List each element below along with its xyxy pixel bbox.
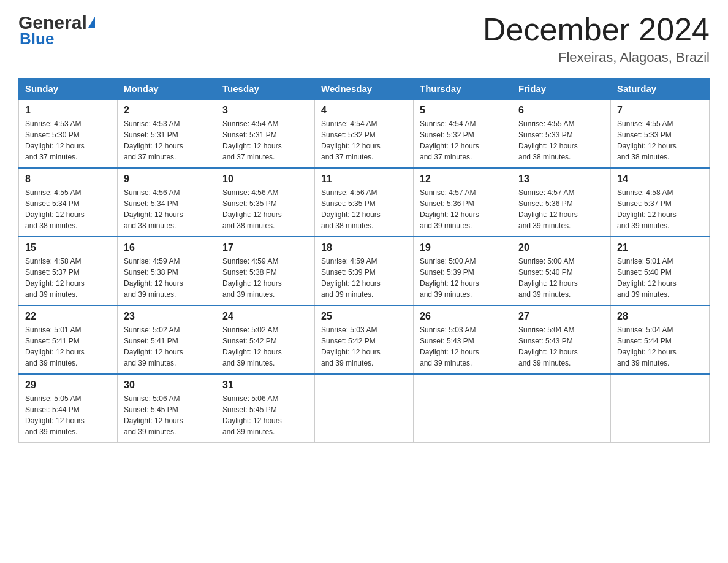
table-row: 2Sunrise: 4:53 AMSunset: 5:31 PMDaylight… bbox=[118, 99, 216, 168]
table-row: 27Sunrise: 5:04 AMSunset: 5:43 PMDayligh… bbox=[512, 305, 611, 374]
day-number: 18 bbox=[321, 242, 407, 253]
day-info: Sunrise: 5:01 AMSunset: 5:40 PMDaylight:… bbox=[617, 256, 703, 300]
col-wednesday: Wednesday bbox=[315, 79, 414, 100]
day-info: Sunrise: 4:55 AMSunset: 5:34 PMDaylight:… bbox=[25, 187, 111, 231]
day-number: 9 bbox=[124, 174, 210, 185]
day-info: Sunrise: 4:53 AMSunset: 5:31 PMDaylight:… bbox=[124, 118, 210, 163]
calendar-table: Sunday Monday Tuesday Wednesday Thursday… bbox=[18, 78, 710, 443]
table-row: 11Sunrise: 4:56 AMSunset: 5:35 PMDayligh… bbox=[315, 168, 414, 237]
day-number: 30 bbox=[124, 380, 210, 391]
day-number: 19 bbox=[420, 242, 506, 253]
day-number: 1 bbox=[25, 105, 111, 116]
day-number: 2 bbox=[124, 105, 210, 116]
table-row: 24Sunrise: 5:02 AMSunset: 5:42 PMDayligh… bbox=[216, 305, 315, 374]
table-row: 12Sunrise: 4:57 AMSunset: 5:36 PMDayligh… bbox=[414, 168, 512, 237]
day-info: Sunrise: 4:53 AMSunset: 5:30 PMDaylight:… bbox=[25, 118, 111, 163]
table-row: 31Sunrise: 5:06 AMSunset: 5:45 PMDayligh… bbox=[216, 374, 315, 443]
day-info: Sunrise: 5:04 AMSunset: 5:44 PMDaylight:… bbox=[617, 324, 703, 369]
day-info: Sunrise: 4:55 AMSunset: 5:33 PMDaylight:… bbox=[518, 118, 604, 163]
table-row: 17Sunrise: 4:59 AMSunset: 5:38 PMDayligh… bbox=[216, 237, 315, 305]
day-info: Sunrise: 4:56 AMSunset: 5:34 PMDaylight:… bbox=[124, 187, 210, 231]
day-info: Sunrise: 4:58 AMSunset: 5:37 PMDaylight:… bbox=[25, 256, 111, 300]
table-row: 10Sunrise: 4:56 AMSunset: 5:35 PMDayligh… bbox=[216, 168, 315, 237]
calendar-week-row: 8Sunrise: 4:55 AMSunset: 5:34 PMDaylight… bbox=[19, 168, 710, 237]
day-number: 17 bbox=[222, 242, 308, 253]
day-number: 31 bbox=[222, 380, 308, 391]
table-row: 19Sunrise: 5:00 AMSunset: 5:39 PMDayligh… bbox=[414, 237, 512, 305]
day-info: Sunrise: 4:59 AMSunset: 5:39 PMDaylight:… bbox=[321, 256, 407, 300]
day-info: Sunrise: 4:56 AMSunset: 5:35 PMDaylight:… bbox=[222, 187, 308, 231]
day-number: 3 bbox=[222, 105, 308, 116]
table-row bbox=[315, 374, 414, 443]
day-number: 7 bbox=[617, 105, 703, 116]
table-row: 28Sunrise: 5:04 AMSunset: 5:44 PMDayligh… bbox=[611, 305, 710, 374]
day-info: Sunrise: 5:04 AMSunset: 5:43 PMDaylight:… bbox=[518, 324, 604, 369]
table-row: 30Sunrise: 5:06 AMSunset: 5:45 PMDayligh… bbox=[118, 374, 216, 443]
day-number: 11 bbox=[321, 174, 407, 185]
day-info: Sunrise: 4:59 AMSunset: 5:38 PMDaylight:… bbox=[124, 256, 210, 300]
day-number: 25 bbox=[321, 311, 407, 322]
logo: General Blue bbox=[18, 12, 95, 48]
table-row: 5Sunrise: 4:54 AMSunset: 5:32 PMDaylight… bbox=[414, 99, 512, 168]
day-number: 8 bbox=[25, 174, 111, 185]
table-row: 9Sunrise: 4:56 AMSunset: 5:34 PMDaylight… bbox=[118, 168, 216, 237]
day-info: Sunrise: 4:59 AMSunset: 5:38 PMDaylight:… bbox=[222, 256, 308, 300]
day-number: 13 bbox=[518, 174, 604, 185]
day-number: 28 bbox=[617, 311, 703, 322]
logo-blue-text: Blue bbox=[20, 29, 54, 48]
day-number: 5 bbox=[420, 105, 506, 116]
day-number: 21 bbox=[617, 242, 703, 253]
col-monday: Monday bbox=[118, 79, 216, 100]
table-row bbox=[512, 374, 611, 443]
day-number: 12 bbox=[420, 174, 506, 185]
table-row: 26Sunrise: 5:03 AMSunset: 5:43 PMDayligh… bbox=[414, 305, 512, 374]
col-sunday: Sunday bbox=[19, 79, 118, 100]
title-section: December 2024 Flexeiras, Alagoas, Brazil bbox=[483, 12, 710, 66]
day-info: Sunrise: 5:01 AMSunset: 5:41 PMDaylight:… bbox=[25, 324, 111, 369]
day-info: Sunrise: 5:06 AMSunset: 5:45 PMDaylight:… bbox=[222, 393, 308, 437]
day-number: 15 bbox=[25, 242, 111, 253]
col-saturday: Saturday bbox=[611, 79, 710, 100]
day-number: 16 bbox=[124, 242, 210, 253]
day-info: Sunrise: 4:57 AMSunset: 5:36 PMDaylight:… bbox=[420, 187, 506, 231]
table-row: 25Sunrise: 5:03 AMSunset: 5:42 PMDayligh… bbox=[315, 305, 414, 374]
day-info: Sunrise: 4:57 AMSunset: 5:36 PMDaylight:… bbox=[518, 187, 604, 231]
subtitle: Flexeiras, Alagoas, Brazil bbox=[483, 50, 710, 66]
day-number: 24 bbox=[222, 311, 308, 322]
table-row bbox=[414, 374, 512, 443]
calendar-week-row: 1Sunrise: 4:53 AMSunset: 5:30 PMDaylight… bbox=[19, 99, 710, 168]
day-info: Sunrise: 5:05 AMSunset: 5:44 PMDaylight:… bbox=[25, 393, 111, 437]
day-number: 4 bbox=[321, 105, 407, 116]
page-header: General Blue December 2024 Flexeiras, Al… bbox=[18, 12, 710, 66]
table-row bbox=[611, 374, 710, 443]
table-row: 13Sunrise: 4:57 AMSunset: 5:36 PMDayligh… bbox=[512, 168, 611, 237]
day-number: 6 bbox=[518, 105, 604, 116]
table-row: 4Sunrise: 4:54 AMSunset: 5:32 PMDaylight… bbox=[315, 99, 414, 168]
table-row: 15Sunrise: 4:58 AMSunset: 5:37 PMDayligh… bbox=[19, 237, 118, 305]
calendar-week-row: 29Sunrise: 5:05 AMSunset: 5:44 PMDayligh… bbox=[19, 374, 710, 443]
table-row: 3Sunrise: 4:54 AMSunset: 5:31 PMDaylight… bbox=[216, 99, 315, 168]
table-row: 14Sunrise: 4:58 AMSunset: 5:37 PMDayligh… bbox=[611, 168, 710, 237]
day-number: 23 bbox=[124, 311, 210, 322]
table-row: 1Sunrise: 4:53 AMSunset: 5:30 PMDaylight… bbox=[19, 99, 118, 168]
day-info: Sunrise: 4:56 AMSunset: 5:35 PMDaylight:… bbox=[321, 187, 407, 231]
day-info: Sunrise: 4:54 AMSunset: 5:32 PMDaylight:… bbox=[321, 118, 407, 163]
col-tuesday: Tuesday bbox=[216, 79, 315, 100]
day-info: Sunrise: 4:54 AMSunset: 5:31 PMDaylight:… bbox=[222, 118, 308, 163]
day-info: Sunrise: 5:02 AMSunset: 5:42 PMDaylight:… bbox=[222, 324, 308, 369]
calendar-week-row: 22Sunrise: 5:01 AMSunset: 5:41 PMDayligh… bbox=[19, 305, 710, 374]
day-info: Sunrise: 4:55 AMSunset: 5:33 PMDaylight:… bbox=[617, 118, 703, 163]
calendar-week-row: 15Sunrise: 4:58 AMSunset: 5:37 PMDayligh… bbox=[19, 237, 710, 305]
table-row: 7Sunrise: 4:55 AMSunset: 5:33 PMDaylight… bbox=[611, 99, 710, 168]
main-title: December 2024 bbox=[483, 12, 710, 47]
day-number: 14 bbox=[617, 174, 703, 185]
table-row: 18Sunrise: 4:59 AMSunset: 5:39 PMDayligh… bbox=[315, 237, 414, 305]
calendar-header-row: Sunday Monday Tuesday Wednesday Thursday… bbox=[19, 79, 710, 100]
logo-triangle-icon bbox=[88, 17, 95, 28]
day-info: Sunrise: 5:02 AMSunset: 5:41 PMDaylight:… bbox=[124, 324, 210, 369]
day-number: 20 bbox=[518, 242, 604, 253]
day-number: 27 bbox=[518, 311, 604, 322]
day-number: 26 bbox=[420, 311, 506, 322]
day-info: Sunrise: 5:06 AMSunset: 5:45 PMDaylight:… bbox=[124, 393, 210, 437]
col-thursday: Thursday bbox=[414, 79, 512, 100]
